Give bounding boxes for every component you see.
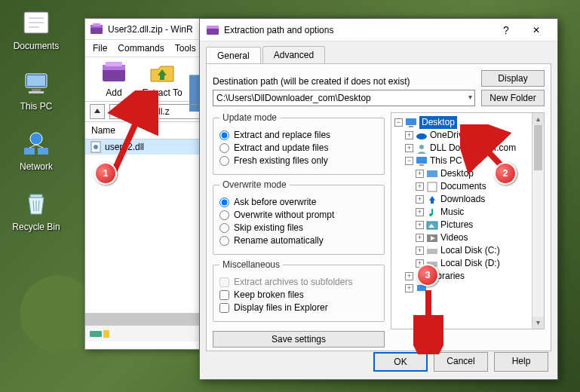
expand-icon[interactable]: + (416, 182, 424, 191)
svg-rect-7 (29, 91, 44, 93)
dialog-titlebar[interactable]: Extraction path and options ? ✕ (200, 19, 557, 41)
overwrite-mode-legend: Overwrite mode (219, 179, 290, 190)
overwrite-opt-skip[interactable]: Skip existing files (219, 222, 378, 233)
svg-rect-34 (406, 118, 416, 125)
misc-subfolders[interactable]: Extract archives to subfolders (219, 277, 378, 287)
update-opt-fresh[interactable]: Fresh existing files only (219, 155, 378, 166)
svg-rect-5 (27, 75, 45, 86)
close-button[interactable]: ✕ (521, 20, 551, 41)
tree-pc-pictures[interactable]: +Pictures (394, 219, 544, 231)
desktop-icon-recycle[interactable]: Recycle Bin (8, 188, 65, 232)
ok-button[interactable]: OK (373, 352, 428, 372)
disk-icon (426, 246, 438, 256)
misc-display-explorer[interactable]: Display files in Explorer (219, 302, 378, 313)
svg-line-56 (113, 98, 147, 173)
expand-icon[interactable]: + (416, 195, 424, 204)
svg-rect-13 (30, 194, 42, 198)
svg-point-8 (30, 133, 42, 145)
tree-pc-videos[interactable]: +Videos (394, 231, 544, 244)
desktop-icon-network[interactable]: Network (8, 128, 65, 172)
up-folder-button[interactable] (90, 104, 105, 119)
scroll-down-icon[interactable]: ▾ (532, 317, 544, 329)
desktop-icon (405, 118, 417, 128)
svg-marker-42 (429, 196, 435, 204)
dialog-tabs: General Advanced (200, 41, 557, 63)
svg-rect-35 (409, 126, 413, 127)
destination-label: Destination path (will be created if doe… (213, 76, 475, 87)
update-mode-group: Update mode Extract and replace files Ex… (213, 112, 385, 175)
help-titlebar-button[interactable]: ? (491, 20, 521, 41)
tab-advanced[interactable]: Advanced (262, 46, 325, 63)
menu-commands[interactable]: Commands (118, 43, 164, 54)
scroll-up-icon[interactable]: ▴ (532, 113, 544, 125)
svg-line-12 (36, 145, 43, 148)
annotation-badge-2: 2 (494, 162, 517, 185)
expand-icon[interactable]: + (416, 234, 424, 242)
winrar-title: User32.dll.zip - WinR (108, 24, 193, 35)
overwrite-opt-ask[interactable]: Ask before overwrite (219, 197, 378, 207)
save-settings-button[interactable]: Save settings (213, 331, 385, 348)
expand-icon[interactable]: + (416, 221, 424, 229)
help-button[interactable]: Help (494, 352, 548, 372)
update-opt-update[interactable]: Extract and update files (219, 142, 378, 153)
update-mode-legend: Update mode (219, 112, 280, 123)
tab-body: Destination path (will be created if doe… (206, 63, 551, 351)
expand-icon[interactable]: + (416, 170, 424, 178)
desktop-icon-thispc[interactable]: This PC (8, 68, 65, 112)
dialog-icon (206, 23, 219, 37)
svg-rect-33 (207, 26, 219, 29)
svg-rect-9 (24, 148, 35, 155)
svg-rect-39 (419, 164, 424, 166)
pictures-folder-icon (426, 220, 438, 231)
svg-rect-19 (93, 23, 100, 26)
scrollbar-thumb[interactable] (534, 125, 542, 170)
svg-rect-30 (90, 331, 102, 337)
documents-folder-icon (426, 182, 438, 192)
expand-icon[interactable]: + (405, 144, 413, 152)
desktop-icon-documents[interactable]: Documents (8, 8, 65, 51)
downloads-folder-icon (426, 194, 438, 205)
misc-keep-broken[interactable]: Keep broken files (219, 289, 378, 300)
expand-icon[interactable]: + (405, 131, 413, 139)
destination-path-input[interactable] (213, 90, 475, 106)
dll-file-icon (90, 141, 102, 153)
book-stack-icon (101, 60, 127, 86)
svg-rect-49 (427, 249, 437, 254)
cloud-icon (416, 130, 428, 141)
expand-icon[interactable]: + (405, 284, 413, 292)
toolbar-more (189, 60, 200, 98)
expand-icon[interactable]: + (416, 208, 424, 216)
close-icon: ✕ (532, 25, 540, 35)
new-folder-button[interactable]: New Folder (481, 90, 545, 106)
expand-icon[interactable]: + (416, 247, 424, 255)
svg-point-37 (419, 145, 424, 149)
svg-rect-10 (38, 148, 48, 155)
annotation-badge-3: 3 (416, 264, 439, 286)
overwrite-opt-rename[interactable]: Rename automatically (219, 235, 378, 246)
menu-file[interactable]: File (93, 43, 107, 54)
computer-icon (416, 156, 428, 167)
overwrite-opt-noprompt[interactable]: Overwrite without prompt (219, 210, 378, 220)
tab-general[interactable]: General (206, 47, 261, 64)
chevron-down-icon[interactable]: ▾ (468, 93, 472, 101)
tree-pc-downloads[interactable]: +Downloads (394, 193, 544, 206)
svg-rect-22 (106, 62, 122, 66)
collapse-icon[interactable]: − (394, 118, 403, 127)
desktop-folder-icon (426, 169, 438, 179)
tree-pc-diskc[interactable]: +Local Disk (C:) (394, 244, 544, 257)
tree-pc-diskd[interactable]: +Local Disk (D:) (394, 257, 544, 270)
menu-tools[interactable]: Tools (175, 43, 196, 54)
annotation-arrow-3 (413, 286, 443, 354)
expand-icon[interactable]: + (405, 272, 413, 280)
svg-point-36 (416, 133, 427, 139)
svg-rect-44 (431, 209, 433, 215)
tree-vertical-scrollbar[interactable]: ▴ ▾ (532, 113, 544, 329)
cancel-button[interactable]: Cancel (434, 352, 488, 372)
tree-pc-music[interactable]: +Music (394, 206, 544, 219)
collapse-icon[interactable]: − (405, 157, 413, 165)
display-button[interactable]: Display (481, 70, 545, 87)
folder-extract-icon (149, 60, 175, 86)
svg-rect-38 (416, 157, 427, 164)
svg-rect-40 (427, 170, 437, 177)
update-opt-replace[interactable]: Extract and replace files (219, 130, 378, 140)
